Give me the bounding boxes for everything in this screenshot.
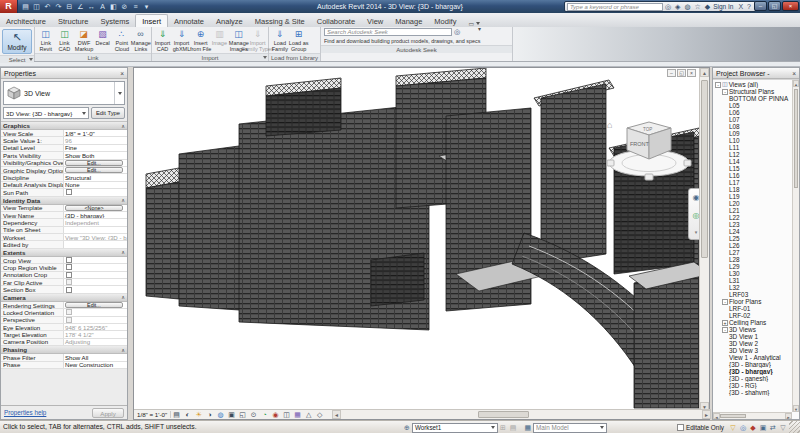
property-checkbox[interactable]	[66, 309, 72, 315]
property-value[interactable]	[63, 286, 127, 292]
resize-grip[interactable]	[789, 421, 800, 433]
section-collapse-icon[interactable]: ∧	[121, 347, 125, 353]
tab-structure[interactable]: Structure	[52, 15, 94, 27]
tree-item-l24[interactable]: L24	[713, 228, 792, 235]
property-value[interactable]: {3D - bhargav}	[63, 212, 127, 218]
canvas-vertical-scrollbar[interactable]: ▲ ▼	[699, 68, 709, 411]
property-value[interactable]	[63, 309, 127, 315]
type-selector-dropdown[interactable]	[114, 82, 124, 104]
view-minimize-icon[interactable]: –	[667, 69, 676, 77]
ribbon-button-link-cad[interactable]: ◫LinkCAD	[55, 28, 74, 53]
tree-item-l05[interactable]: L05	[713, 102, 792, 109]
thin-lines-icon[interactable]: ≡	[130, 1, 141, 13]
tree-item-l21[interactable]: L21	[713, 207, 792, 214]
horizontal-scroll-thumb[interactable]	[478, 411, 529, 418]
filter-icon[interactable]: ▽	[728, 422, 738, 433]
tab-analyze[interactable]: Analyze	[210, 15, 249, 27]
restore-button[interactable]: ◱	[768, 1, 781, 11]
tree-item-l09[interactable]: L09	[713, 130, 792, 137]
tree-item-ceiling-plans[interactable]: +Ceiling Plans	[713, 319, 792, 326]
property-value[interactable]: Show All	[63, 354, 127, 360]
tab-collaborate[interactable]: Collaborate	[311, 15, 361, 27]
viewcube-home-icon[interactable]: ⌂	[607, 120, 612, 130]
drag-elements-icon[interactable]: ⇄	[768, 422, 778, 433]
tree-item-lrf03[interactable]: LRF03	[713, 291, 792, 298]
browser-vertical-thumb[interactable]	[794, 89, 798, 189]
browser-scroll-left-arrow[interactable]: ◄	[713, 413, 720, 419]
tree-item-3d-view-3[interactable]: 3D View 3	[713, 347, 792, 354]
open-icon[interactable]: ▤	[20, 1, 31, 13]
property-value[interactable]: 96	[63, 137, 127, 143]
property-value[interactable]	[63, 241, 127, 247]
tree-item-view-1-analytical[interactable]: View 1 - Analytical	[713, 354, 792, 361]
browser-vertical-scrollbar[interactable]: ▲ ▼	[792, 80, 799, 412]
crop-view-icon[interactable]: ▣	[226, 410, 237, 419]
view-restore-icon[interactable]: ◱	[677, 69, 686, 77]
reveal-hidden-elements-icon[interactable]: ◉	[270, 410, 281, 419]
active-workset-dropdown[interactable]: Workset1	[412, 423, 498, 433]
property-button-view-template[interactable]: <None>	[65, 205, 123, 211]
tree-item-l07[interactable]: L07	[713, 116, 792, 123]
tree-item-l31[interactable]: L31	[713, 277, 792, 284]
scroll-up-arrow[interactable]: ▲	[700, 68, 709, 77]
tree-item-3d-view-1[interactable]: 3D View 1	[713, 333, 792, 340]
tree-item-l19[interactable]: L19	[713, 193, 792, 200]
tree-item-l14[interactable]: L14	[713, 158, 792, 165]
ribbon-display-toggle[interactable]: ▭▾	[468, 20, 480, 27]
property-value[interactable]: Adjusting	[63, 339, 127, 345]
navbar-more-icon[interactable]: ▾	[695, 229, 698, 235]
property-value[interactable]: Fine	[63, 145, 127, 151]
detail-level-icon[interactable]: ▤	[171, 410, 182, 419]
property-value[interactable]: New Construction	[63, 362, 127, 368]
property-checkbox[interactable]	[66, 272, 72, 278]
tree-item-3d-view-2[interactable]: 3D View 2	[713, 340, 792, 347]
ribbon-button-import-cad[interactable]: ⇓ImportCAD	[153, 28, 172, 53]
worksharing-display-icon[interactable]: ◫	[281, 410, 292, 419]
close-button[interactable]: ×	[782, 1, 799, 11]
tree-item-l16[interactable]: L16	[713, 172, 792, 179]
customize-qat-icon[interactable]: ▾	[141, 1, 152, 13]
tree-item-l06[interactable]: L06	[713, 109, 792, 116]
tab-modify[interactable]: Modify	[428, 15, 462, 27]
compass-west-handle[interactable]	[607, 160, 614, 166]
editable-only-checkbox[interactable]	[677, 424, 684, 431]
aligned-dimension-icon[interactable]: ↔	[86, 1, 97, 13]
property-checkbox[interactable]	[66, 257, 72, 263]
scroll-left-arrow[interactable]: ◄	[332, 410, 341, 419]
tree-item-structural-plans[interactable]: -Structural Plans	[713, 88, 792, 95]
tree-item-l08[interactable]: L08	[713, 123, 792, 130]
tree-item-lrf-02[interactable]: LRF-02	[713, 312, 792, 319]
browser-scroll-up-arrow[interactable]: ▲	[793, 80, 799, 87]
tree-item-3d-views[interactable]: -3D Views	[713, 326, 792, 333]
property-value[interactable]: View "3D View: {3D - b...	[63, 234, 127, 240]
design-options-icon[interactable]: ▦	[524, 424, 531, 432]
tree-item-l32[interactable]: L32	[713, 284, 792, 291]
ribbon-button-import-gbxml[interactable]: ⇓ImportgbXML	[172, 28, 191, 53]
save-icon[interactable]: ◫	[31, 1, 42, 13]
undo-icon[interactable]: ↶	[42, 1, 53, 13]
project-browser-close-icon[interactable]: ×	[792, 70, 796, 77]
modify-button[interactable]: ↖ Modify	[2, 29, 32, 54]
print-icon[interactable]: ⊟	[64, 1, 75, 13]
collapse-icon[interactable]: -	[722, 299, 728, 305]
ribbon-button-insert-from-file[interactable]: ⊕Insertfrom File	[191, 28, 210, 53]
design-option-dropdown[interactable]: Main Model	[533, 423, 607, 433]
section-collapse-icon[interactable]: ∧	[121, 249, 125, 255]
tree-item-l15[interactable]: L15	[713, 165, 792, 172]
tree-item-l22[interactable]: L22	[713, 214, 792, 221]
tree-item-3d-rg[interactable]: {3D - RG}	[713, 382, 792, 389]
tree-item-l27[interactable]: L27	[713, 249, 792, 256]
property-value[interactable]: Edit...	[63, 160, 127, 166]
review-warnings-icon[interactable]: ◆	[748, 422, 758, 433]
worksharing-monitor-icon[interactable]: ◎	[738, 422, 748, 433]
property-value[interactable]: Independent	[63, 219, 127, 225]
browser-horizontal-scrollbar[interactable]: ◄ ►	[713, 412, 792, 419]
property-button-graphic-display-options[interactable]: Edit...	[65, 167, 123, 173]
tree-item-l12[interactable]: L12	[713, 151, 792, 158]
property-value[interactable]	[63, 264, 127, 270]
view-close-icon[interactable]: ×	[687, 69, 696, 77]
unlocked-view-icon[interactable]: ⊙	[248, 410, 259, 419]
edit-type-button[interactable]: Edit Type	[91, 107, 125, 119]
tree-item-l10[interactable]: L10	[713, 137, 792, 144]
tab-annotate[interactable]: Annotate	[168, 15, 210, 27]
